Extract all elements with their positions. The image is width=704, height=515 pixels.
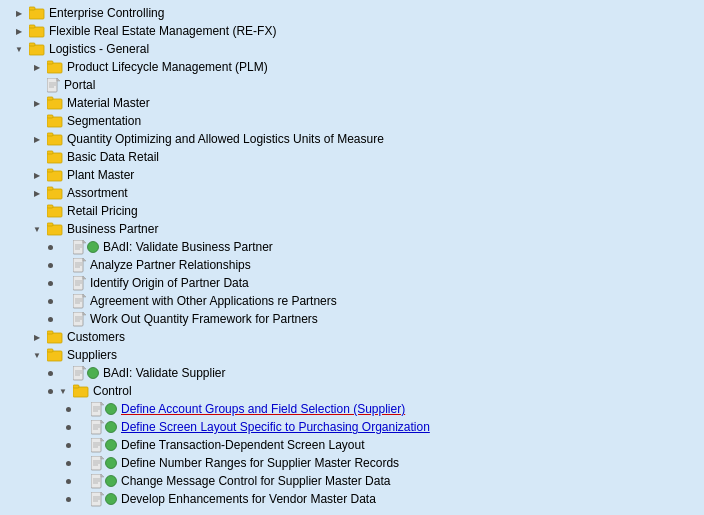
toggle-business-partner[interactable]: ▼ <box>30 222 44 236</box>
svg-rect-58 <box>47 349 53 352</box>
doc-icon <box>73 276 86 291</box>
item-label-analyze-partner: Analyze Partner Relationships <box>90 258 251 272</box>
svg-rect-3 <box>29 25 35 28</box>
tree-item-work-out-quantity[interactable]: Work Out Quantity Framework for Partners <box>2 310 702 328</box>
item-label-business-partner: Business Partner <box>67 222 158 236</box>
tree-item-customers[interactable]: ▶ Customers <box>2 328 702 346</box>
svg-rect-56 <box>47 331 53 334</box>
svg-point-34 <box>88 242 99 253</box>
svg-rect-23 <box>47 189 62 199</box>
svg-point-90 <box>106 458 117 469</box>
tree-item-plm[interactable]: ▶ Product Lifecycle Management (PLM) <box>2 58 702 76</box>
tree-item-logistics-general[interactable]: ▼ Logistics - General <box>2 40 702 58</box>
tree-item-define-number-ranges[interactable]: Define Number Ranges for Supplier Master… <box>2 454 702 472</box>
tree-item-flexible-real-estate[interactable]: ▶ Flexible Real Estate Management (RE-FX… <box>2 22 702 40</box>
tree-item-define-transaction[interactable]: Define Transaction-Dependent Screen Layo… <box>2 436 702 454</box>
toggle-control[interactable]: ▼ <box>56 384 70 398</box>
svg-rect-65 <box>73 387 88 397</box>
item-label-retail-pricing: Retail Pricing <box>67 204 138 218</box>
folder-icon <box>47 168 63 182</box>
bullet-dot <box>48 245 53 250</box>
toggle-suppliers[interactable]: ▼ <box>30 348 44 362</box>
tree-item-plant-master[interactable]: ▶ Plant Master <box>2 166 702 184</box>
item-label-plm: Product Lifecycle Management (PLM) <box>67 60 268 74</box>
tree-item-badi-validate-supplier[interactable]: BAdI: Validate Supplier <box>2 364 702 382</box>
folder-icon <box>29 6 45 20</box>
toggle-plm[interactable]: ▶ <box>30 60 44 74</box>
toggle-quantity-optimizing[interactable]: ▶ <box>30 132 44 146</box>
svg-rect-27 <box>47 225 62 235</box>
toggle-flexible-real-estate[interactable]: ▶ <box>12 24 26 38</box>
svg-marker-36 <box>83 258 86 261</box>
bullet-dot <box>66 425 71 430</box>
tree-item-badi-validate-bp[interactable]: BAdI: Validate Business Partner <box>2 238 702 256</box>
folder-icon <box>47 114 63 128</box>
tree-item-analyze-partner[interactable]: Analyze Partner Relationships <box>2 256 702 274</box>
folder-icon <box>47 222 63 236</box>
bullet-dot <box>48 263 53 268</box>
item-label-quantity-optimizing: Quantity Optimizing and Allowed Logistic… <box>67 132 384 146</box>
bullet-dot <box>48 281 53 286</box>
svg-point-72 <box>106 404 117 415</box>
tree-item-quantity-optimizing[interactable]: ▶ Quantity Optimizing and Allowed Logist… <box>2 130 702 148</box>
folder-icon <box>47 60 63 74</box>
svg-rect-14 <box>47 97 53 100</box>
svg-rect-26 <box>47 205 53 208</box>
bullet-dot <box>48 371 53 376</box>
doc-green-icon <box>91 456 117 471</box>
item-label-define-screen-layout[interactable]: Define Screen Layout Specific to Purchas… <box>121 420 430 434</box>
tree-item-identify-origin[interactable]: Identify Origin of Partner Data <box>2 274 702 292</box>
tree-item-define-account-groups[interactable]: Define Account Groups and Field Selectio… <box>2 400 702 418</box>
bullet-dot <box>48 317 53 322</box>
badi-icon <box>73 240 99 255</box>
item-label-define-account-groups[interactable]: Define Account Groups and Field Selectio… <box>121 402 405 416</box>
tree-item-enterprise-controlling[interactable]: ▶ Enterprise Controlling <box>2 4 702 22</box>
item-label-define-number-ranges: Define Number Ranges for Supplier Master… <box>121 456 399 470</box>
svg-rect-20 <box>47 151 53 154</box>
doc-green-icon <box>91 474 117 489</box>
tree-item-control[interactable]: ▼ Control <box>2 382 702 400</box>
folder-icon <box>29 42 45 56</box>
svg-rect-15 <box>47 117 62 127</box>
folder-icon <box>29 24 45 38</box>
svg-rect-22 <box>47 169 53 172</box>
tree-item-develop-enhancements[interactable]: Develop Enhancements for Vendor Master D… <box>2 490 702 508</box>
doc-green-icon <box>91 402 117 417</box>
tree-item-define-screen-layout[interactable]: Define Screen Layout Specific to Purchas… <box>2 418 702 436</box>
tree-item-suppliers[interactable]: ▼ Suppliers <box>2 346 702 364</box>
doc-icon <box>73 258 86 273</box>
svg-marker-92 <box>101 474 104 477</box>
doc-icon <box>73 312 86 327</box>
svg-rect-5 <box>29 43 35 46</box>
toggle-logistics-general[interactable]: ▼ <box>12 42 26 56</box>
folder-icon <box>47 186 63 200</box>
toggle-assortment[interactable]: ▶ <box>30 186 44 200</box>
tree-item-retail-pricing[interactable]: Retail Pricing <box>2 202 702 220</box>
tree-item-agreement-other[interactable]: Agreement with Other Applications re Par… <box>2 292 702 310</box>
tree-item-business-partner[interactable]: ▼ Business Partner <box>2 220 702 238</box>
tree-item-basic-data-retail[interactable]: Basic Data Retail <box>2 148 702 166</box>
toggle-plant-master[interactable]: ▶ <box>30 168 44 182</box>
folder-icon <box>47 150 63 164</box>
item-label-identify-origin: Identify Origin of Partner Data <box>90 276 249 290</box>
tree-item-segmentation[interactable]: Segmentation <box>2 112 702 130</box>
item-label-agreement-other: Agreement with Other Applications re Par… <box>90 294 337 308</box>
svg-rect-7 <box>47 61 53 64</box>
badi-icon <box>73 366 99 381</box>
toggle-material-master[interactable]: ▶ <box>30 96 44 110</box>
svg-rect-0 <box>29 9 44 19</box>
svg-marker-9 <box>57 78 60 81</box>
tree-container[interactable]: ▶ Enterprise Controlling▶ Flexible Real … <box>0 0 704 515</box>
toggle-enterprise-controlling[interactable]: ▶ <box>12 6 26 20</box>
toggle-customers[interactable]: ▶ <box>30 330 44 344</box>
tree-item-material-master[interactable]: ▶ Material Master <box>2 94 702 112</box>
folder-icon <box>47 132 63 146</box>
tree-item-change-message-control[interactable]: Change Message Control for Supplier Mast… <box>2 472 702 490</box>
svg-marker-68 <box>101 402 104 405</box>
svg-marker-80 <box>101 438 104 441</box>
tree-item-assortment[interactable]: ▶ Assortment <box>2 184 702 202</box>
bullet-dot <box>66 443 71 448</box>
tree-item-portal[interactable]: Portal <box>2 76 702 94</box>
svg-rect-19 <box>47 153 62 163</box>
item-label-change-message-control: Change Message Control for Supplier Mast… <box>121 474 390 488</box>
